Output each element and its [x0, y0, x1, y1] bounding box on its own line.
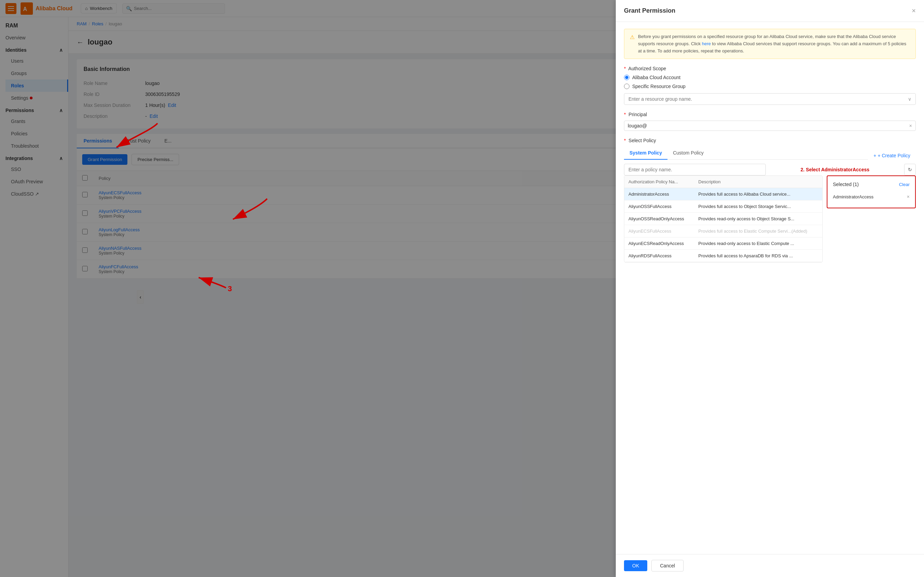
- policy-table: Authorization Policy Na... Description A…: [624, 176, 822, 262]
- policy-option-name[interactable]: AliyunOSSFullAccess: [624, 200, 694, 213]
- principal-clear-button[interactable]: ×: [909, 123, 912, 129]
- chevron-down-icon: ∨: [908, 96, 911, 102]
- alert-warning: ⚠ Before you grant permissions on a spec…: [624, 29, 916, 59]
- policy-desc-header: Description: [694, 176, 822, 188]
- policy-option-desc[interactable]: Provides full access to ApsaraDB for RDS…: [694, 250, 822, 262]
- clear-selection-button[interactable]: Clear: [899, 182, 910, 187]
- policy-option-name[interactable]: AdministratorAccess: [624, 188, 694, 200]
- policy-tabs: System Policy Custom Policy: [624, 147, 868, 160]
- policy-option-desc[interactable]: Provides read-only access to Elastic Com…: [694, 237, 822, 250]
- tab-system-policy[interactable]: System Policy: [624, 147, 667, 160]
- policy-table-row[interactable]: AliyunECSReadOnlyAccess Provides read-on…: [624, 237, 822, 250]
- modal-close-button[interactable]: ×: [912, 7, 916, 15]
- warning-icon: ⚠: [630, 34, 635, 55]
- resource-group-input-container[interactable]: ∨: [624, 93, 916, 105]
- policy-table-row[interactable]: AliyunECSFullAccess Provides full access…: [624, 225, 822, 237]
- authorized-scope-label: * Authorized Scope: [624, 66, 916, 71]
- principal-label: * Principal: [624, 112, 916, 117]
- modal-header: Grant Permission ×: [616, 0, 924, 22]
- policy-search-input[interactable]: [624, 164, 766, 176]
- select-policy-label: * Select Policy: [624, 138, 916, 143]
- alert-text: Before you grant permissions on a specif…: [638, 33, 910, 55]
- scope-resource-label: Specific Resource Group: [632, 84, 686, 89]
- policy-option-desc[interactable]: Provides full access to Object Storage S…: [694, 200, 822, 213]
- selected-count: Selected (1): [833, 182, 858, 187]
- grant-permission-modal: Grant Permission × ⚠ Before you grant pe…: [616, 0, 924, 577]
- modal-footer: OK Cancel: [616, 554, 924, 577]
- selected-policy-name: AdministratorAccess: [833, 194, 873, 200]
- policy-option-name: AliyunECSFullAccess: [624, 225, 694, 237]
- cancel-button[interactable]: Cancel: [651, 560, 684, 572]
- create-policy-label: + Create Policy: [878, 153, 910, 158]
- selected-items-list: AdministratorAccess ×: [833, 191, 910, 202]
- refresh-button[interactable]: ↻: [904, 164, 916, 176]
- policy-option-name[interactable]: AliyunRDSFullAccess: [624, 250, 694, 262]
- principal-input[interactable]: [628, 123, 909, 129]
- policy-table-container: Authorization Policy Na... Description A…: [624, 176, 916, 263]
- policy-option-name[interactable]: AliyunOSSReadOnlyAccess: [624, 213, 694, 225]
- remove-policy-button[interactable]: ×: [907, 194, 910, 200]
- here-link[interactable]: here: [702, 41, 711, 46]
- tab-custom-policy[interactable]: Custom Policy: [667, 147, 709, 160]
- scope-account-radio[interactable]: [624, 75, 630, 80]
- ok-button[interactable]: OK: [624, 560, 647, 571]
- policy-table-row[interactable]: AliyunOSSReadOnlyAccess Provides read-on…: [624, 213, 822, 225]
- modal-title: Grant Permission: [624, 7, 675, 15]
- policy-search-row: 2. Select AdministratorAccess ↻: [624, 164, 916, 176]
- principal-field[interactable]: ×: [624, 121, 916, 131]
- scope-option-account[interactable]: Alibaba Cloud Account: [624, 75, 916, 80]
- resource-group-input[interactable]: [628, 96, 908, 102]
- select-policy-section: * Select Policy System Policy Custom Pol…: [624, 138, 916, 263]
- scope-resource-radio[interactable]: [624, 84, 630, 89]
- modal-body: ⚠ Before you grant permissions on a spec…: [616, 22, 924, 554]
- selected-policy-item: AdministratorAccess ×: [833, 191, 910, 202]
- step2-annotation: 2. Select AdministratorAccess: [768, 167, 902, 172]
- selected-header: Selected (1) Clear: [833, 182, 910, 187]
- policy-option-desc: Provides full access to Elastic Compute …: [694, 225, 822, 237]
- policy-option-desc[interactable]: Provides full access to Alibaba Cloud se…: [694, 188, 822, 200]
- policy-table-row[interactable]: AdministratorAccess Provides full access…: [624, 188, 822, 200]
- principal-section: * Principal ×: [624, 112, 916, 131]
- authorized-scope-section: * Authorized Scope Alibaba Cloud Account…: [624, 66, 916, 105]
- policy-option-desc[interactable]: Provides read-only access to Object Stor…: [694, 213, 822, 225]
- modal-overlay[interactable]: Grant Permission × ⚠ Before you grant pe…: [0, 0, 924, 577]
- plus-icon: +: [873, 153, 876, 158]
- policy-tab-container: System Policy Custom Policy + Expenses +…: [624, 147, 916, 164]
- scope-option-resource[interactable]: Specific Resource Group: [624, 84, 916, 89]
- scope-radio-group: Alibaba Cloud Account Specific Resource …: [624, 75, 916, 89]
- policy-table-row[interactable]: AliyunOSSFullAccess Provides full access…: [624, 200, 822, 213]
- policy-name-header: Authorization Policy Na...: [624, 176, 694, 188]
- scope-account-label: Alibaba Cloud Account: [632, 75, 680, 80]
- policy-option-name[interactable]: AliyunECSReadOnlyAccess: [624, 237, 694, 250]
- selected-policies-panel: Selected (1) Clear AdministratorAccess ×: [827, 176, 916, 208]
- policy-table-row[interactable]: AliyunRDSFullAccess Provides full access…: [624, 250, 822, 262]
- create-policy-tab[interactable]: + Expenses + Create Policy: [868, 149, 916, 162]
- policy-list: Authorization Policy Na... Description A…: [624, 176, 823, 263]
